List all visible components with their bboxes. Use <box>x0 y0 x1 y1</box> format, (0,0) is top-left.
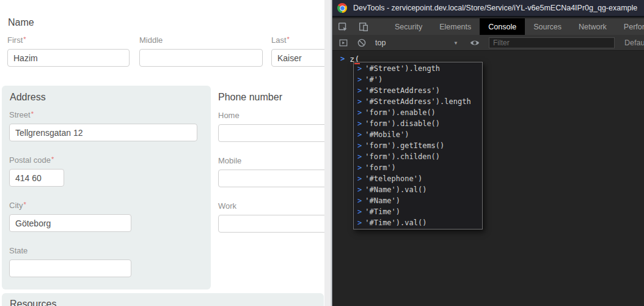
work-phone-input[interactable] <box>218 215 329 233</box>
middle-name-field: Middle <box>139 35 263 67</box>
inspect-element-icon[interactable] <box>332 18 353 35</box>
chevron-icon: > <box>357 207 362 216</box>
required-asterisk: * <box>51 155 54 163</box>
service-form-page: Name First* Middle Last* Address Street*… <box>0 0 332 306</box>
device-toolbar-icon[interactable] <box>353 18 374 35</box>
autocomplete-item[interactable]: >'#telephone') <box>354 173 482 184</box>
tab-security[interactable]: Security <box>386 18 431 35</box>
mobile-phone-label: Mobile <box>218 156 329 165</box>
chevron-icon: > <box>357 218 362 227</box>
autocomplete-item[interactable]: >'form').childen() <box>354 151 482 162</box>
chevron-icon: > <box>357 185 362 194</box>
autocomplete-item-text: '#') <box>365 75 382 84</box>
tab-console[interactable]: Console <box>480 18 525 35</box>
mobile-phone-label-text: Mobile <box>218 156 241 165</box>
console-filter-field <box>489 35 615 51</box>
context-selector[interactable]: top ▼ <box>375 35 458 51</box>
autocomplete-item-text: '#Time').val() <box>365 218 426 227</box>
home-phone-label-text: Home <box>218 111 240 120</box>
resources-section-title: Resources <box>10 299 56 306</box>
mobile-phone-input[interactable] <box>218 170 329 187</box>
street-field: Street* <box>9 110 197 141</box>
autocomplete-item[interactable]: >'form').enable() <box>354 107 482 118</box>
chevron-icon: > <box>357 130 362 139</box>
console-toolbar: top ▼ Defau <box>332 35 644 51</box>
live-expression-eye-icon[interactable] <box>469 35 480 51</box>
autocomplete-item-text: 'form') <box>365 163 396 172</box>
devtools-tabbar: Security Elements Console Sources Networ… <box>332 18 644 35</box>
street-input[interactable] <box>9 124 197 141</box>
resources-section: Resources <box>2 293 324 306</box>
home-phone-label: Home <box>218 111 329 120</box>
state-field: State <box>9 246 131 277</box>
work-phone-field: Work <box>218 201 329 233</box>
middle-name-label: Middle <box>139 35 263 45</box>
first-name-input[interactable] <box>7 49 130 67</box>
autocomplete-item[interactable]: >'form').getItems() <box>354 140 482 151</box>
autocomplete-item-text: '#Name').val() <box>365 185 426 194</box>
console-pane[interactable]: > z( >'#Street').length >'#') >'#StreetA… <box>332 51 644 306</box>
autocomplete-item-text: 'form').disable() <box>365 119 440 128</box>
required-asterisk: * <box>31 110 34 118</box>
first-name-field: First* <box>7 35 130 67</box>
autocomplete-item[interactable]: >'#Mobile') <box>354 129 482 140</box>
devtools-window: DevTools - zervicepoint.dev.local/Store/… <box>332 0 644 306</box>
syntax-error-underline <box>354 63 360 64</box>
clear-console-icon[interactable] <box>357 35 367 51</box>
autocomplete-item[interactable]: >'#StreetAddress') <box>354 85 482 96</box>
console-sidebar-icon[interactable] <box>338 35 348 51</box>
chevron-icon: > <box>357 196 362 205</box>
chevron-icon: > <box>357 75 362 84</box>
home-phone-input[interactable] <box>218 124 329 142</box>
chevron-icon: > <box>357 141 362 150</box>
first-name-label-text: First <box>7 35 23 45</box>
autocomplete-item[interactable]: >'form') <box>354 162 482 173</box>
phone-section-title: Phone number <box>218 92 282 103</box>
autocomplete-item[interactable]: >'#StreetAddress').length <box>354 96 482 107</box>
chevron-icon: > <box>357 86 362 95</box>
page-scrollbar[interactable] <box>324 0 332 306</box>
tab-performance[interactable]: Performance <box>615 18 644 35</box>
autocomplete-item-text: 'form').childen() <box>365 152 440 161</box>
autocomplete-item-text: 'form').getItems() <box>365 141 444 150</box>
state-input[interactable] <box>9 259 131 277</box>
postal-code-input[interactable] <box>9 169 64 187</box>
name-section: Name First* Middle Last* <box>0 0 332 86</box>
address-section-title: Address <box>10 92 46 103</box>
autocomplete-item[interactable]: >'#Name') <box>354 195 482 206</box>
autocomplete-popup: >'#Street').length >'#') >'#StreetAddres… <box>353 62 483 230</box>
log-levels-dropdown[interactable]: Defau <box>624 35 644 51</box>
tab-network[interactable]: Network <box>570 18 615 35</box>
tab-elements[interactable]: Elements <box>431 18 480 35</box>
first-name-label: First* <box>7 35 130 45</box>
chevron-icon: > <box>357 152 362 161</box>
tab-sources[interactable]: Sources <box>525 18 570 35</box>
address-section: Address Street* Postal code* City* State <box>2 86 211 289</box>
name-section-title: Name <box>8 17 34 28</box>
devtools-tabs: Security Elements Console Sources Networ… <box>386 18 644 35</box>
middle-name-label-text: Middle <box>139 35 163 45</box>
autocomplete-item[interactable]: >'#') <box>354 74 482 85</box>
city-field: City* <box>9 201 131 232</box>
devtools-titlebar[interactable]: DevTools - zervicepoint.dev.local/Store/… <box>332 0 644 17</box>
autocomplete-item[interactable]: >'#Street').length <box>354 63 482 74</box>
state-label-text: State <box>9 246 27 255</box>
autocomplete-item[interactable]: >'#Time') <box>354 206 482 217</box>
last-name-label-text: Last <box>271 35 287 45</box>
required-asterisk: * <box>287 35 290 43</box>
autocomplete-item[interactable]: >'form').disable() <box>354 118 482 129</box>
work-phone-label-text: Work <box>218 201 236 211</box>
autocomplete-item-text: '#StreetAddress').length <box>365 97 470 106</box>
filter-input[interactable] <box>489 37 615 48</box>
state-label: State <box>9 246 131 255</box>
devtools-window-title: DevTools - zervicepoint.dev.local/Store/… <box>353 4 637 12</box>
autocomplete-item[interactable]: >'#Time').val() <box>354 217 482 228</box>
autocomplete-item[interactable]: >'#Name').val() <box>354 184 482 195</box>
context-selector-value: top <box>375 39 386 47</box>
phone-section: Phone number Home Mobile Work <box>218 86 332 289</box>
prompt-chevron-icon: > <box>340 54 345 63</box>
autocomplete-item-text: 'form').enable() <box>365 108 436 117</box>
city-label: City* <box>9 201 131 210</box>
city-input[interactable] <box>9 214 131 232</box>
middle-name-input[interactable] <box>139 49 263 67</box>
